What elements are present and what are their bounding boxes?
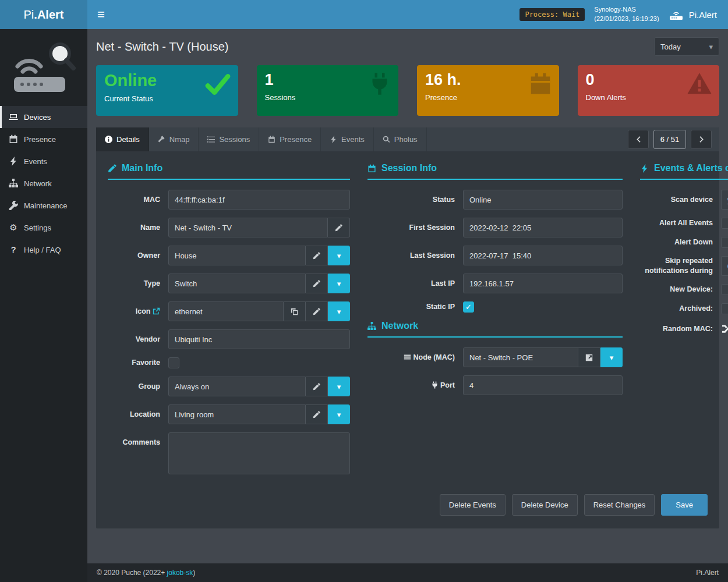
alerts-config-section: Events & Alerts config Scan device yes ▾… [640, 163, 728, 482]
search-icon [383, 136, 390, 143]
location-input[interactable] [168, 404, 306, 424]
edit-type-button[interactable] [306, 274, 328, 293]
alert-down-checkbox[interactable] [721, 237, 728, 248]
sidebar-item-label: Help / FAQ [24, 246, 61, 254]
pager-position: 6 / 51 [653, 130, 686, 149]
tab-details[interactable]: Details [96, 127, 149, 151]
tab-pholus[interactable]: Pholus [374, 127, 427, 151]
sidebar-item-maintenance[interactable]: Maintenance [0, 194, 87, 217]
skip-notifications-select[interactable]: 0 h (notify all event [721, 256, 728, 276]
next-device-button[interactable] [691, 130, 712, 149]
status-input[interactable] [463, 190, 623, 210]
name-input[interactable] [168, 218, 328, 237]
last-session-input[interactable] [463, 246, 623, 265]
jokob-sk-link[interactable]: jokob-sk [167, 569, 193, 577]
host-timestamp: (22/01/2023, 16:19:23) [594, 15, 659, 24]
device-pager: 6 / 51 [628, 127, 719, 151]
new-device-checkbox[interactable] [721, 284, 728, 295]
open-node-button[interactable] [578, 347, 600, 367]
tab-sessions[interactable]: Sessions [199, 127, 259, 151]
topbar-brand-link[interactable]: Pi.Alert [669, 9, 717, 20]
external-link-icon[interactable] [153, 307, 160, 315]
sidebar-toggle-icon[interactable]: ≡ [97, 8, 105, 21]
scan-device-select[interactable]: yes [721, 190, 728, 210]
caret-down-icon: ▾ [337, 382, 341, 391]
owner-input[interactable] [168, 246, 306, 265]
node-mac-input[interactable] [463, 347, 578, 367]
period-value: Today [660, 42, 681, 51]
archived-checkbox[interactable] [721, 303, 728, 314]
group-input[interactable] [168, 377, 306, 396]
first-session-input[interactable] [463, 218, 623, 237]
alert-down-label: Alert Down [640, 237, 713, 247]
icon-dropdown-button[interactable]: ▾ [328, 301, 350, 321]
node-dropdown-button[interactable]: ▾ [600, 347, 623, 367]
vendor-input[interactable] [168, 329, 350, 349]
network-heading: Network [367, 321, 623, 338]
period-selector[interactable]: Today ▾ [654, 37, 719, 56]
tab-bar: Details Nmap Sessions Presence Events Ph… [96, 127, 719, 151]
type-dropdown-button[interactable]: ▾ [328, 274, 350, 293]
port-input[interactable] [463, 375, 623, 395]
pencil-icon [108, 164, 116, 173]
sidebar-item-network[interactable]: Network [0, 172, 87, 194]
location-dropdown-button[interactable]: ▾ [328, 404, 350, 424]
plug-icon [431, 381, 439, 389]
pencil-icon [313, 252, 320, 260]
comments-textarea[interactable] [168, 432, 350, 474]
sidebar-item-label: Maintenance [24, 201, 67, 210]
sidebar-item-settings[interactable]: ⚙ Settings [0, 217, 87, 239]
copy-icon-button[interactable] [284, 301, 306, 321]
topbar-brand-label: Pi.Alert [689, 10, 717, 20]
host-name: Synology-NAS [594, 5, 659, 15]
pencil-icon [313, 411, 320, 418]
sidebar-item-events[interactable]: Events [0, 150, 87, 172]
prev-device-button[interactable] [628, 130, 649, 149]
icon-input[interactable] [168, 301, 284, 321]
wrench-icon [9, 201, 18, 210]
card-presence: 16 h. Presence [417, 65, 559, 116]
sidebar-item-help[interactable]: ? Help / FAQ [0, 239, 87, 261]
static-ip-checkbox[interactable]: ✓ [463, 301, 474, 313]
tab-nmap[interactable]: Nmap [149, 127, 199, 151]
edit-location-button[interactable] [306, 404, 328, 424]
edit-name-button[interactable] [328, 218, 350, 237]
group-label: Group [108, 382, 160, 392]
alert-all-events-checkbox[interactable] [721, 218, 728, 229]
favorite-checkbox[interactable] [168, 357, 179, 368]
save-button[interactable]: Save [661, 494, 708, 516]
delete-device-button[interactable]: Delete Device [512, 494, 578, 516]
favorite-label: Favorite [108, 358, 160, 368]
mac-input[interactable] [168, 190, 350, 210]
tab-presence[interactable]: Presence [259, 127, 321, 151]
edit-owner-button[interactable] [306, 246, 328, 265]
static-ip-label: Static IP [367, 302, 455, 312]
comments-label: Comments [108, 432, 160, 448]
status-cards: Online Current Status 1 Sessions 16 h. P… [96, 65, 719, 116]
sidebar-item-presence[interactable]: Presence [0, 128, 87, 150]
sidebar-item-label: Devices [24, 113, 51, 122]
edit-group-button[interactable] [306, 377, 328, 396]
sitemap-icon [367, 322, 376, 331]
tab-label: Events [341, 135, 365, 144]
app-logo[interactable]: Pi.Alert [0, 0, 87, 29]
card-sessions: 1 Sessions [257, 65, 399, 116]
calendar-icon [268, 136, 275, 143]
session-info-heading: Session Info [367, 163, 623, 180]
scan-device-label: Scan device [640, 195, 713, 205]
caret-down-icon: ▾ [610, 353, 614, 362]
calendar-icon [529, 72, 552, 95]
pencil-icon [313, 280, 320, 288]
owner-dropdown-button[interactable]: ▾ [328, 246, 350, 265]
reset-changes-button[interactable]: Reset Changes [584, 494, 655, 516]
last-ip-input[interactable] [463, 274, 623, 293]
group-dropdown-button[interactable]: ▾ [328, 377, 350, 396]
vendor-label: Vendor [108, 335, 160, 345]
shuffle-icon[interactable] [721, 322, 728, 335]
delete-events-button[interactable]: Delete Events [440, 494, 506, 516]
type-input[interactable] [168, 274, 306, 293]
edit-icon-button[interactable] [306, 301, 328, 321]
bolt-icon [9, 157, 18, 166]
tab-events[interactable]: Events [321, 127, 374, 151]
sidebar-item-devices[interactable]: Devices [0, 106, 87, 128]
